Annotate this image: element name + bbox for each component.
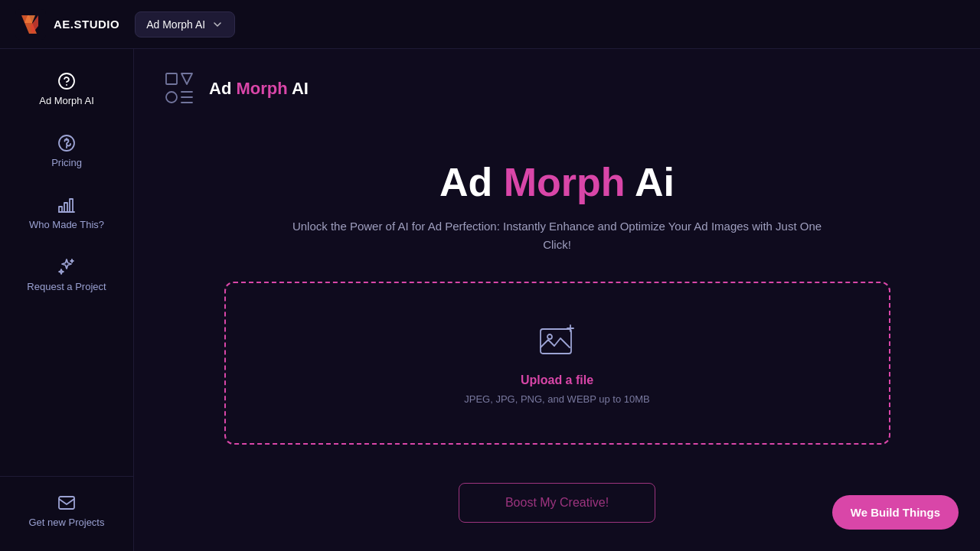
sidebar-item-pricing[interactable]: Pricing [0, 120, 133, 182]
ae-studio-logo-icon [15, 9, 46, 40]
breadcrumb: Ad Morph AI [165, 72, 309, 106]
project-selector-button[interactable]: Ad Morph AI [135, 11, 235, 37]
svg-rect-13 [166, 92, 177, 103]
sidebar-item-label: Get new Projects [29, 517, 105, 528]
sidebar-item-request-project[interactable]: Request a Project [0, 244, 133, 306]
logo-text: AE.STUDIO [54, 18, 119, 31]
hero-subtitle: Unlock the Power of AI for Ad Perfection… [289, 217, 825, 254]
hero-title-post: Ai [626, 160, 675, 204]
sidebar-item-ad-morph-ai[interactable]: Ad Morph AI [0, 58, 133, 120]
upload-dropzone[interactable]: Upload a file JPEG, JPG, PNG, and WEBP u… [224, 282, 890, 445]
envelope-icon [57, 494, 76, 512]
sidebar: Ad Morph AI Pricing Who Made This? [0, 49, 134, 551]
svg-rect-10 [59, 497, 74, 509]
breadcrumb-title-pre: Ad [209, 79, 236, 98]
sidebar-item-label: Pricing [51, 157, 82, 168]
svg-marker-12 [181, 73, 192, 84]
breadcrumb-title-post: AI [288, 79, 309, 98]
svg-point-4 [59, 73, 74, 89]
hero-section: Ad Morph Ai Unlock the Power of AI for A… [165, 159, 949, 523]
hero-title: Ad Morph Ai [439, 159, 675, 205]
sidebar-item-label: Request a Project [27, 281, 106, 292]
svg-rect-9 [70, 199, 73, 212]
svg-rect-11 [166, 73, 177, 84]
breadcrumb-title: Ad Morph AI [209, 79, 309, 99]
sidebar-item-get-new-projects[interactable]: Get new Projects [0, 480, 133, 542]
sidebar-item-label: Who Made This? [29, 219, 104, 230]
upload-image-icon [537, 321, 577, 361]
sidebar-item-label: Ad Morph AI [39, 95, 94, 106]
breadcrumb-title-highlight: Morph [236, 79, 287, 98]
top-navigation: AE.STUDIO Ad Morph AI [0, 0, 980, 49]
sidebar-item-who-made-this[interactable]: Who Made This? [0, 182, 133, 244]
shapes-icon [165, 72, 198, 106]
main-content: Ad Morph AI Ad Morph Ai Unlock the Power… [134, 49, 980, 551]
svg-rect-7 [59, 207, 62, 212]
question-circle-icon [57, 72, 76, 90]
chevron-down-icon [211, 18, 224, 31]
upload-hint: JPEG, JPG, PNG, and WEBP up to 10MB [464, 393, 650, 405]
dollar-circle-icon [57, 134, 76, 152]
svg-rect-17 [541, 329, 571, 354]
sparkles-icon [57, 258, 76, 276]
svg-point-18 [547, 334, 552, 339]
logo-area: AE.STUDIO [15, 9, 119, 40]
project-selector-label: Ad Morph AI [146, 18, 205, 31]
we-build-things-button[interactable]: We Build Things [832, 495, 959, 530]
svg-rect-8 [64, 203, 67, 212]
bar-chart-icon [57, 196, 76, 214]
upload-label: Upload a file [521, 373, 593, 387]
hero-title-highlight: Morph [504, 160, 626, 204]
boost-button[interactable]: Boost My Creative! [459, 483, 655, 523]
hero-title-pre: Ad [439, 160, 504, 204]
